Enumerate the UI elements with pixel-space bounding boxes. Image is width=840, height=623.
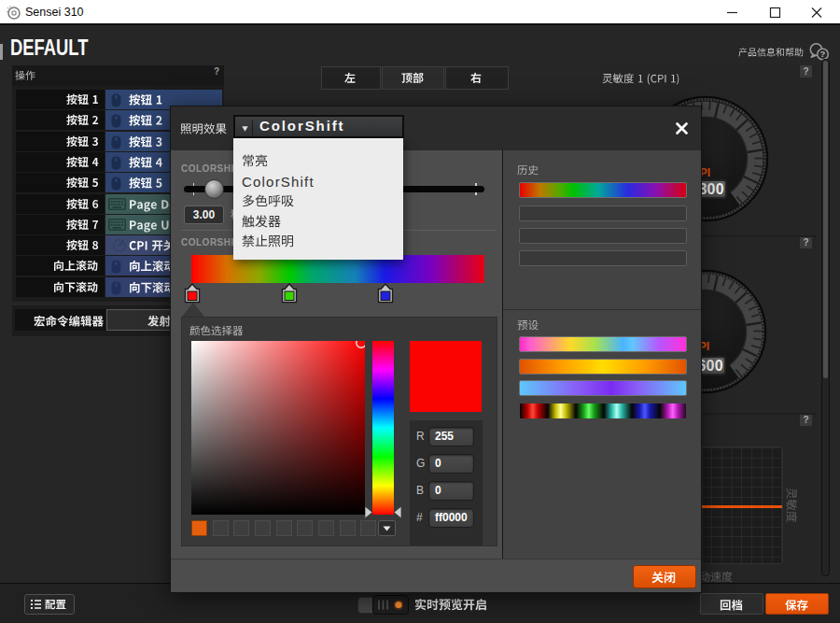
svg-text:?: ? bbox=[820, 49, 826, 59]
